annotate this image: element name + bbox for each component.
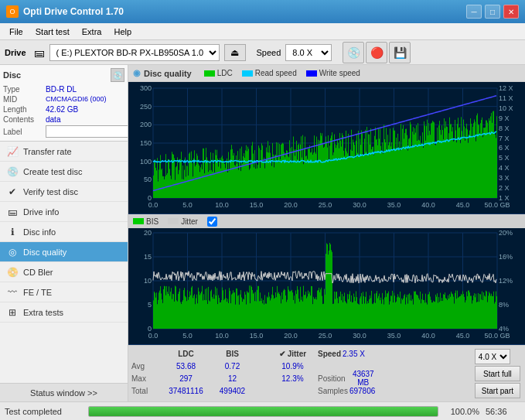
sidebar-item-fe-te[interactable]: 〰 FE / TE (0, 282, 128, 302)
disc-mid-val: CMCMAGDI6 (000) (46, 95, 124, 104)
bis-chart (128, 228, 525, 344)
sidebar-item-label: Disc quality (23, 248, 66, 257)
menu-file[interactable]: File (3, 26, 29, 38)
stats-table: LDC BIS ✔ Jitter Speed 2.35 X Avg 53.68 … (131, 347, 472, 400)
drive-select[interactable]: ( E:) PLEXTOR BD-R PX-LB950SA 1.04 (49, 44, 220, 61)
ldc-header: LDC (161, 350, 211, 358)
elapsed-time: 56:36 (486, 407, 520, 416)
dq-legend: LDC Read speed Write speed (204, 69, 360, 77)
sidebar-item-cd-bler[interactable]: 📀 CD Bler (0, 262, 128, 282)
drive-icon: 🖴 (34, 46, 45, 59)
read-speed-legend-label: Read speed (255, 69, 297, 77)
disc-length-val: 42.62 GB (46, 105, 124, 114)
max-label: Max (131, 374, 161, 383)
start-full-button[interactable]: Start full (475, 366, 520, 381)
sidebar: Disc 💿 Type BD-R DL MID CMCMAGDI6 (000) … (0, 65, 128, 401)
menu-help[interactable]: Help (107, 26, 138, 38)
avg-jitter: 10.9% (268, 362, 318, 370)
menu-start-test[interactable]: Start test (29, 26, 76, 38)
max-jitter: 12.3% (268, 374, 318, 383)
sidebar-item-verify-test-disc[interactable]: ✔ Verify test disc (0, 182, 128, 202)
read-speed-legend-color (242, 70, 253, 77)
disc-label-key: Label (3, 128, 46, 136)
avg-bis: 0.72 (211, 362, 254, 370)
jitter-header: ✔ Jitter (268, 350, 318, 358)
ldc-legend-label: LDC (217, 69, 233, 77)
start-speed-select[interactable]: 4.0 X 8.0 X (475, 349, 510, 364)
sidebar-item-label: Disc info (23, 227, 56, 237)
bis-legend-label: BIS (146, 217, 159, 226)
title-bar: O Opti Drive Control 1.70 ─ □ ✕ (0, 0, 525, 23)
eject-button[interactable]: ⏏ (224, 44, 246, 61)
sidebar-item-disc-info[interactable]: ℹ Disc info (0, 222, 128, 242)
speed-select[interactable]: 8.0 X 4.0 X 2.0 X (285, 44, 332, 61)
maximize-button[interactable]: □ (485, 5, 500, 19)
start-part-button[interactable]: Start part (475, 383, 520, 398)
fe-te-icon: 〰 (6, 286, 19, 299)
menu-bar: File Start test Extra Help (0, 23, 525, 40)
write-speed-legend-color (306, 70, 317, 77)
disc-contents-key: Contents (3, 115, 46, 124)
toolbar-icon-cd[interactable]: 💿 (343, 42, 364, 63)
sidebar-item-label: Extra tests (23, 308, 63, 317)
jitter-checkbox[interactable] (207, 217, 217, 227)
status-text: Test completed (5, 407, 82, 416)
sidebar-item-disc-quality[interactable]: ◎ Disc quality (0, 242, 128, 262)
dq-title-text: Disc quality (144, 69, 192, 78)
sidebar-item-create-test-disc[interactable]: 💿 Create test disc (0, 162, 128, 182)
samples-label: Samples (318, 387, 348, 395)
max-ldc: 297 (161, 374, 211, 383)
speed-value: 2.35 X (343, 350, 365, 358)
app-title: Opti Drive Control 1.70 (23, 6, 124, 17)
drive-info-icon: 🖴 (6, 206, 19, 218)
extra-tests-icon: ⊞ (6, 306, 19, 319)
bis-header: BIS (211, 350, 254, 358)
sidebar-nav: 📈 Transfer rate 💿 Create test disc ✔ Ver… (0, 142, 128, 383)
disc-info-icon: ℹ (6, 226, 19, 238)
progress-percent: 100.0% (445, 407, 479, 416)
sidebar-item-drive-info[interactable]: 🖴 Drive info (0, 202, 128, 222)
verify-test-disc-icon: ✔ (6, 186, 19, 198)
toolbar-icon-erase[interactable]: 🔴 (366, 42, 387, 63)
menu-extra[interactable]: Extra (76, 26, 108, 38)
total-ldc: 37481116 (161, 387, 211, 395)
close-button[interactable]: ✕ (503, 5, 519, 19)
bis-legend-bar: BIS Jitter (128, 214, 525, 228)
samples-value: 697806 (349, 387, 375, 395)
jitter-legend-color (168, 218, 179, 224)
sidebar-item-transfer-rate[interactable]: 📈 Transfer rate (0, 142, 128, 162)
disc-contents-val: data (46, 115, 124, 124)
drive-label: Drive (5, 48, 26, 57)
create-test-disc-icon: 💿 (6, 166, 19, 178)
speed-header: Speed (318, 350, 341, 358)
jitter-legend-label: Jitter (181, 217, 198, 226)
avg-ldc: 53.68 (161, 362, 211, 370)
sidebar-item-extra-tests[interactable]: ⊞ Extra tests (0, 302, 128, 323)
app-icon: O (6, 5, 19, 18)
transfer-rate-icon: 📈 (6, 145, 19, 158)
dq-icon: ◉ (133, 68, 141, 78)
progress-bar (88, 406, 438, 417)
status-window-button[interactable]: Status window >> (0, 383, 128, 401)
disc-quality-icon: ◎ (6, 246, 19, 258)
bis-legend-color (133, 218, 144, 224)
disc-panel-title: Disc (3, 70, 21, 80)
sidebar-item-label: Create test disc (23, 167, 82, 176)
sidebar-item-label: CD Bler (23, 268, 53, 277)
total-bis: 499402 (211, 387, 254, 395)
action-panel: 4.0 X 8.0 X Start full Start part (473, 347, 522, 400)
progress-bar-fill (89, 407, 438, 416)
main-layout: Disc 💿 Type BD-R DL MID CMCMAGDI6 (000) … (0, 65, 525, 401)
minimize-button[interactable]: ─ (466, 5, 482, 19)
disc-length-key: Length (3, 105, 46, 114)
disc-label-input[interactable] (46, 125, 128, 138)
ldc-legend-color (204, 70, 215, 77)
toolbar-icon-save[interactable]: 💾 (389, 42, 411, 63)
sidebar-item-label: Drive info (23, 207, 59, 217)
bottom-bar: Test completed 100.0% 56:36 (0, 401, 525, 420)
speed-label: Speed (257, 48, 281, 57)
ldc-chart (128, 82, 525, 213)
chart2-container (128, 228, 525, 345)
disc-mid-key: MID (3, 95, 46, 104)
disc-panel-icon-btn[interactable]: 💿 (111, 68, 124, 82)
